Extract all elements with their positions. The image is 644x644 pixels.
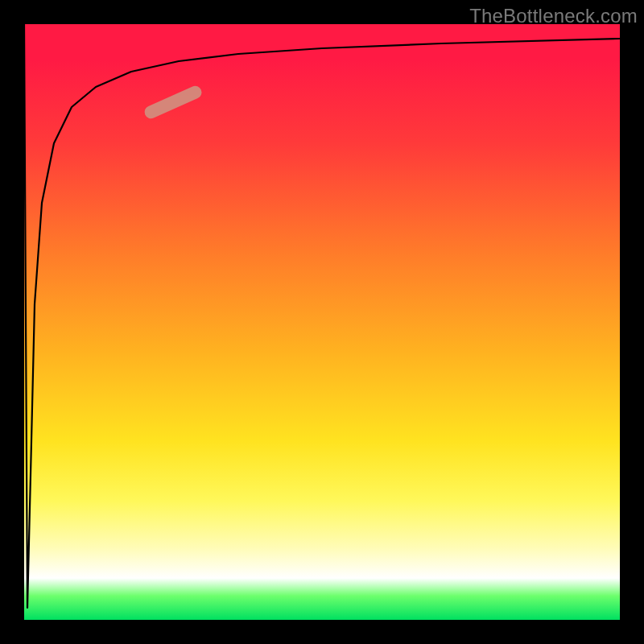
watermark-text: TheBottleneck.com — [469, 5, 638, 27]
plot-area — [24, 24, 620, 620]
chart-container: TheBottleneck.com — [0, 0, 644, 644]
